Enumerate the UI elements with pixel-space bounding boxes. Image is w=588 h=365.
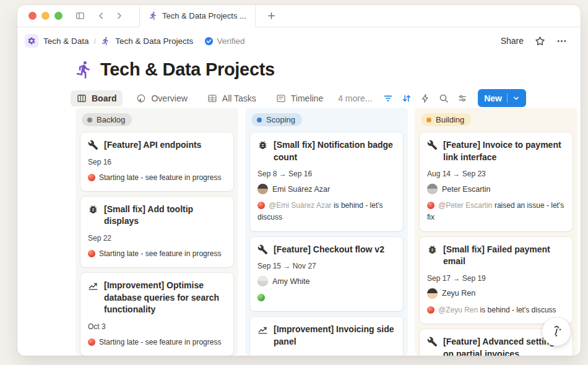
top-actions: Share — [501, 36, 567, 46]
task-card[interactable]: [Feature] Invoice to payment link interf… — [420, 132, 573, 231]
table-icon — [207, 93, 217, 103]
gear-icon[interactable] — [25, 34, 38, 48]
avatar — [257, 276, 268, 286]
status-dot-icon — [426, 118, 431, 122]
more-options-icon[interactable] — [556, 36, 567, 46]
wrench-icon — [427, 337, 438, 356]
tune-icon[interactable] — [454, 90, 470, 106]
card-date: Sep 15 → Nov 27 — [257, 262, 396, 270]
column-name: Backlog — [97, 115, 125, 124]
zoom-window-button[interactable] — [54, 12, 63, 20]
card-title-row: [Small fix] Failed payment email — [427, 244, 565, 268]
task-card[interactable]: [Improvement] Optimise database queries … — [80, 273, 233, 356]
card-assignee: Peter Escartin — [427, 184, 565, 194]
card-title-row: [Improvement] Optimise database queries … — [88, 280, 226, 316]
status-mention: @Zeyu Ren — [438, 306, 478, 314]
close-window-button[interactable] — [28, 12, 37, 20]
assignee-name: Amy White — [272, 277, 309, 286]
red-dot-icon — [88, 338, 95, 346]
status-text: Starting late - see feature in progress — [99, 249, 221, 258]
card-date: Aug 14 → Sep 23 — [427, 170, 565, 178]
task-card[interactable]: [Feature] Checkout flow v2Sep 15 → Nov 2… — [250, 237, 403, 312]
card-assignee: Amy White — [257, 276, 396, 286]
green-dot-icon — [257, 294, 265, 301]
share-button[interactable]: Share — [501, 36, 524, 46]
wrench-icon — [427, 140, 438, 163]
avatar — [427, 288, 438, 299]
app-tab[interactable]: Tech & Data Projects ... — [139, 5, 256, 27]
status-mention: @Peter Escartin — [438, 201, 493, 210]
task-card[interactable]: [Improvement] Invoicing side panelSep 15… — [250, 317, 403, 356]
column-header: Scoping — [251, 113, 403, 126]
column-header: Building — [421, 113, 573, 126]
column-name: Building — [436, 115, 464, 124]
card-date: Oct 3 — [88, 322, 226, 331]
assignee-name: Zeyu Ren — [442, 289, 475, 298]
card-status: @Zeyu Ren is behind - let's discuss — [427, 304, 565, 316]
forward-icon[interactable] — [111, 9, 126, 24]
card-status: Starting late - see feature in progress — [88, 172, 226, 184]
filter-icon[interactable] — [380, 90, 396, 106]
star-icon[interactable] — [535, 36, 545, 46]
chart-icon — [88, 280, 98, 316]
new-tab-button[interactable] — [264, 9, 279, 24]
tab-board[interactable]: Board — [71, 90, 123, 106]
status-text: Starting late - see feature in progress — [99, 338, 221, 346]
card-assignee: Zeyu Ren — [427, 288, 565, 299]
chart-icon — [257, 324, 268, 348]
card-date: Sep 16 — [88, 158, 226, 166]
sort-icon[interactable] — [399, 90, 415, 106]
back-icon[interactable] — [93, 9, 108, 24]
new-button-divider — [507, 93, 508, 103]
task-card[interactable]: [Small fix] Failed payment emailSep 17 →… — [420, 237, 573, 324]
bolt-icon[interactable] — [417, 90, 433, 106]
card-status: @Peter Escartin raised an issue - let's … — [427, 200, 565, 223]
window-titlebar: Tech & Data Projects ... — [17, 5, 581, 27]
avatar — [427, 184, 438, 194]
app-window: Tech & Data Projects ... Tech & Data / T… — [17, 5, 581, 356]
status-mention: @Emi Suárez Azar — [269, 201, 332, 210]
card-title-row: [Feature] Invoice to payment link interf… — [427, 139, 565, 163]
tab-label: Board — [92, 93, 116, 103]
page-header: Tech & Data / Tech & Data Projects Verif… — [17, 27, 581, 53]
card-status — [257, 292, 396, 304]
tab-overview[interactable]: Overview — [130, 90, 193, 106]
breadcrumb-workspace[interactable]: Tech & Data — [43, 36, 89, 46]
tab-timeline[interactable]: Timeline — [270, 90, 329, 106]
assignee-name: Peter Escartin — [442, 185, 491, 194]
column-status-pill[interactable]: Scoping — [251, 113, 302, 126]
search-icon[interactable] — [436, 90, 452, 106]
column-status-pill[interactable]: Backlog — [82, 113, 132, 126]
more-views-button[interactable]: 4 more... — [338, 93, 372, 103]
card-title-row: [Feature] Checkout flow v2 — [257, 244, 396, 256]
card-date: Sep 8 → Sep 16 — [257, 170, 396, 178]
card-title: [Small fix] Failed payment email — [443, 244, 565, 268]
runner-icon — [101, 36, 110, 46]
new-button[interactable]: New — [478, 89, 526, 107]
column-status-pill[interactable]: Building — [421, 113, 471, 126]
red-dot-icon — [427, 202, 435, 209]
card-date: Sep 17 → Sep 19 — [427, 274, 565, 283]
card-title: [Feature] Checkout flow v2 — [274, 244, 384, 256]
card-status: Starting late - see feature in progress — [88, 337, 226, 348]
tab-title: Tech & Data Projects ... — [162, 11, 246, 20]
breadcrumb: Tech & Data / Tech & Data Projects Verif… — [25, 34, 501, 48]
chevron-down-icon[interactable] — [512, 95, 520, 102]
card-title-row: [Small fix] Add tooltip displays — [88, 204, 226, 228]
bug-icon — [257, 140, 268, 163]
task-card[interactable]: [Small fix] Add tooltip displaysSep 22St… — [80, 197, 233, 267]
task-card[interactable]: [Feature] API endpointsSep 16Starting la… — [80, 132, 233, 191]
card-title-row: [Small fix] Notification badge count — [257, 139, 396, 163]
assistant-button[interactable] — [542, 317, 571, 346]
column-name: Scoping — [266, 115, 295, 124]
card-assignee: Emi Suárez Azar — [257, 184, 396, 194]
status-text: is behind - let's discuss — [478, 306, 556, 314]
sidebar-toggle-icon[interactable] — [72, 9, 87, 24]
card-title: [Small fix] Add tooltip displays — [104, 204, 226, 228]
breadcrumb-page[interactable]: Tech & Data Projects — [115, 36, 193, 46]
task-card[interactable]: [Small fix] Notification badge countSep … — [250, 132, 403, 231]
minimize-window-button[interactable] — [41, 12, 50, 20]
wrench-icon — [88, 140, 98, 152]
board-icon — [77, 93, 87, 103]
tab-all-tasks[interactable]: All Tasks — [201, 90, 262, 106]
